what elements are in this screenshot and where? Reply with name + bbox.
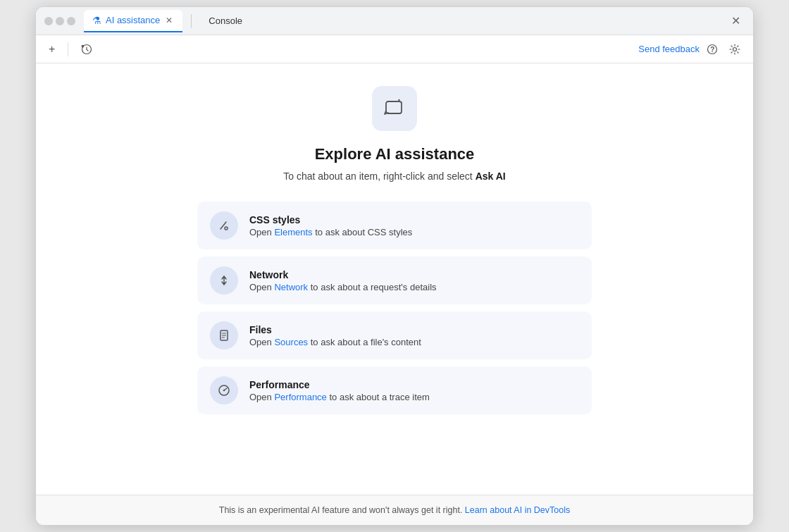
svg-rect-4 [386, 101, 402, 113]
files-text: Files Open Sources to ask about a file's… [249, 324, 421, 347]
network-desc: Open Network to ask about a request's de… [249, 282, 437, 292]
tab-console[interactable]: Console [200, 11, 251, 30]
feature-performance: Performance Open Performance to ask abou… [197, 366, 592, 414]
files-title: Files [249, 324, 421, 335]
toolbar-right: Send feedback ? [638, 41, 745, 58]
css-styles-icon-wrap [210, 211, 238, 240]
footer-text: This is an experimental AI feature and w… [219, 505, 465, 515]
network-link[interactable]: Network [274, 282, 308, 292]
css-styles-title: CSS styles [249, 214, 412, 225]
performance-text: Performance Open Performance to ask abou… [249, 379, 430, 402]
css-styles-text: CSS styles Open Elements to ask about CS… [249, 214, 412, 237]
dot-3 [67, 17, 75, 25]
sources-link[interactable]: Sources [274, 337, 308, 347]
history-button[interactable] [77, 41, 97, 58]
hero-icon-container [372, 86, 417, 131]
css-styles-icon [217, 218, 231, 233]
explore-title: Explore AI assistance [315, 145, 475, 163]
files-icon [217, 328, 231, 342]
tab-ai-assistance[interactable]: ⚗ AI assistance ✕ [84, 10, 182, 32]
performance-link[interactable]: Performance [274, 392, 326, 402]
files-desc: Open Sources to ask about a file's conte… [249, 337, 421, 347]
help-button[interactable]: ? [702, 41, 722, 58]
svg-text:?: ? [710, 46, 714, 54]
title-bar: ⚗ AI assistance ✕ Console ✕ [36, 7, 753, 35]
toolbar: + Send feedback ? [36, 35, 753, 63]
files-icon-wrap [210, 321, 238, 349]
network-icon-wrap [210, 266, 238, 295]
new-tab-button[interactable]: + [44, 40, 59, 58]
svg-point-3 [733, 47, 737, 51]
tab-ai-assistance-close[interactable]: ✕ [164, 14, 174, 27]
settings-button[interactable] [725, 41, 745, 58]
ai-chat-icon [383, 97, 406, 120]
svg-point-8 [223, 390, 225, 391]
network-icon [217, 273, 231, 287]
learn-about-ai-link[interactable]: Learn about AI in DevTools [465, 505, 570, 515]
feature-css-styles: CSS styles Open Elements to ask about CS… [197, 202, 592, 249]
footer: This is an experimental AI feature and w… [36, 495, 753, 525]
network-title: Network [249, 269, 437, 280]
history-icon [81, 44, 92, 55]
elements-link[interactable]: Elements [274, 227, 312, 237]
css-styles-desc: Open Elements to ask about CSS styles [249, 227, 412, 237]
network-text: Network Open Network to ask about a requ… [249, 269, 437, 292]
explore-subtitle: To chat about an item, right-click and s… [283, 171, 505, 182]
tab-console-label: Console [209, 16, 242, 26]
feature-files: Files Open Sources to ask about a file's… [197, 311, 592, 359]
toolbar-divider [68, 42, 68, 56]
performance-desc: Open Performance to ask about a trace it… [249, 392, 430, 402]
performance-title: Performance [249, 379, 430, 390]
send-feedback-link[interactable]: Send feedback [638, 44, 700, 54]
devtools-window: ⚗ AI assistance ✕ Console ✕ + Send feedb… [35, 6, 754, 526]
window-dots [44, 17, 75, 25]
main-content: Explore AI assistance To chat about an i… [36, 63, 753, 472]
feature-network: Network Open Network to ask about a requ… [197, 256, 592, 304]
performance-icon [217, 383, 231, 397]
tab-ai-assistance-label: AI assistance [106, 15, 160, 25]
settings-icon [729, 44, 740, 55]
help-icon: ? [707, 44, 718, 55]
svg-point-5 [225, 227, 228, 230]
features-list: CSS styles Open Elements to ask about CS… [197, 202, 592, 414]
ai-assistance-tab-icon: ⚗ [92, 15, 101, 26]
dot-2 [56, 17, 64, 25]
tab-separator [191, 14, 192, 28]
dot-1 [44, 17, 53, 25]
performance-icon-wrap [210, 376, 238, 404]
window-close-button[interactable]: ✕ [727, 11, 745, 30]
